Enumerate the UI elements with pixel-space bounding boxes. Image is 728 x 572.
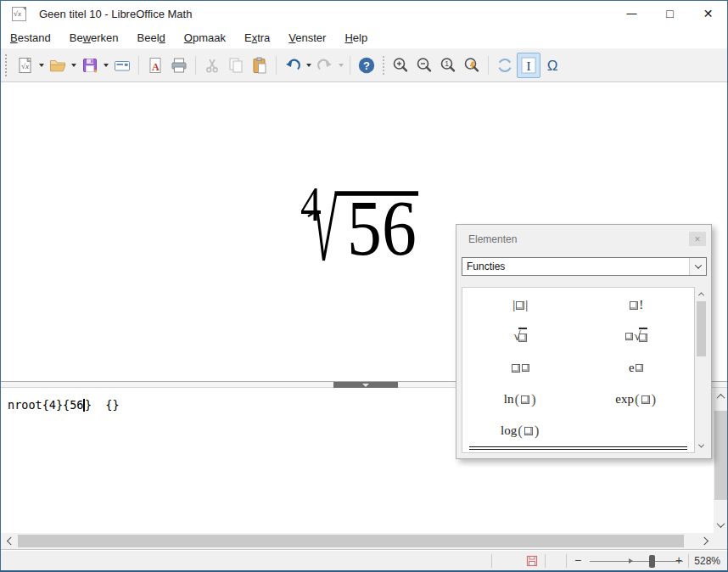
panel-grid: ||!√√eln()exp()log(): [462, 288, 694, 452]
elements-panel: Elementen ✕ Functies ||!√√eln()exp()log(…: [456, 224, 712, 459]
caret-down-icon: [104, 64, 109, 67]
vscroll-thumb[interactable]: [714, 411, 727, 500]
category-dropdown[interactable]: Functies: [462, 257, 707, 276]
unsaved-changes-indicator[interactable]: [525, 554, 539, 568]
element-natural-logarithm[interactable]: ln(): [504, 392, 537, 407]
undo-arrow-icon: [283, 56, 302, 75]
menu-bewerken[interactable]: Bewerken: [60, 28, 128, 48]
menu-beeld[interactable]: Beeld: [128, 28, 175, 48]
placeholder-box-icon: [521, 395, 529, 404]
symbol-text: (: [514, 392, 519, 407]
placeholder-box-icon: [639, 328, 647, 345]
placeholder-box-icon: [641, 395, 650, 404]
window-title: Geen titel 10 - LibreOffice Math: [39, 8, 192, 20]
placeholder-box-icon: [516, 301, 524, 310]
separator: [566, 554, 567, 568]
element-nth-root[interactable]: √: [624, 328, 647, 345]
zoom-in-icon: [391, 56, 410, 75]
element-absolute-value[interactable]: ||: [512, 298, 528, 312]
symbols-catalog-button[interactable]: Ω: [540, 53, 564, 78]
zoom-in-button[interactable]: [389, 53, 412, 78]
redo-button-disabled: [313, 53, 337, 78]
scroll-up-button[interactable]: [696, 289, 707, 300]
zoom-in-control[interactable]: +: [675, 553, 682, 567]
scroll-right-button[interactable]: [698, 533, 712, 549]
copy-button-disabled: [224, 53, 248, 78]
formula-cursor-icon: I: [520, 56, 537, 75]
open-dropdown[interactable]: [70, 53, 78, 78]
save-button[interactable]: [78, 53, 102, 78]
zoom-out-button[interactable]: [412, 53, 436, 78]
element-e-power[interactable]: e: [629, 361, 644, 375]
zoom-out-control[interactable]: −: [574, 553, 581, 567]
undo-dropdown[interactable]: [305, 53, 313, 78]
symbol-text: |: [512, 298, 515, 312]
menu-opmaak[interactable]: Opmaak: [175, 28, 235, 48]
chevron-up-icon: [698, 292, 704, 298]
show-all-button[interactable]: [460, 53, 484, 78]
command-vscrollbar[interactable]: [714, 388, 728, 533]
email-document-button[interactable]: [110, 53, 134, 78]
element-power[interactable]: [511, 364, 530, 373]
caret-down-icon: [71, 64, 76, 67]
scissors-icon: [203, 56, 221, 75]
zoom-slider-track[interactable]: [590, 561, 683, 562]
paste-button[interactable]: [248, 53, 272, 78]
element-square-root[interactable]: √: [513, 328, 527, 345]
svg-text:Ω: Ω: [547, 58, 558, 74]
hscroll-thumb[interactable]: [18, 535, 684, 547]
scroll-down-button[interactable]: [714, 518, 728, 531]
command-hscrollbar[interactable]: [1, 533, 714, 549]
refresh-button[interactable]: [493, 53, 517, 78]
root-index: 4: [300, 180, 322, 228]
element-logarithm[interactable]: log(): [501, 423, 540, 438]
placeholder-box-icon: [518, 328, 527, 345]
panel-scrollbar[interactable]: [696, 287, 707, 453]
caret-down-icon: [39, 64, 44, 67]
symbol-text: ): [531, 392, 536, 407]
element-exp-function[interactable]: exp(): [615, 392, 657, 407]
print-button[interactable]: [167, 53, 191, 78]
placeholder-box-icon: [524, 427, 533, 435]
panel-scroll-thumb[interactable]: [697, 301, 706, 356]
zoom-level[interactable]: 528%: [694, 555, 720, 567]
redo-dropdown-disabled: [337, 53, 345, 78]
placeholder-box-icon: [625, 333, 633, 340]
new-formula-button[interactable]: √x: [14, 53, 37, 78]
separator: [488, 56, 489, 75]
zoom-slider-thumb[interactable]: [649, 555, 655, 568]
menu-bestand[interactable]: Bestand: [1, 28, 60, 48]
help-button[interactable]: ?: [355, 53, 378, 78]
new-formula-dropdown[interactable]: [37, 53, 46, 78]
formula-nroot-4-56[interactable]: 4 56: [298, 182, 425, 267]
zoom-100-button[interactable]: 1: [436, 53, 460, 78]
undo-button[interactable]: [281, 53, 305, 78]
placeholder-box-icon: [522, 364, 529, 372]
email-icon: [113, 56, 132, 75]
scroll-up-button[interactable]: [714, 390, 728, 403]
formula-cursor-toggle[interactable]: I: [517, 53, 540, 78]
category-value: Functies: [462, 261, 689, 272]
svg-text:A: A: [152, 60, 160, 72]
toolbar-grip-icon[interactable]: [5, 54, 8, 76]
open-button[interactable]: [46, 53, 70, 78]
scroll-left-button[interactable]: [3, 533, 16, 549]
menu-venster[interactable]: Venster: [279, 28, 335, 48]
export-pdf-button[interactable]: A: [143, 53, 167, 78]
maximize-button[interactable]: □: [651, 1, 689, 26]
omega-icon: Ω: [543, 56, 562, 75]
symbol-text: |: [525, 298, 528, 312]
menu-extra[interactable]: Extra: [235, 28, 279, 48]
menu-help[interactable]: Help: [335, 28, 377, 48]
close-button[interactable]: ✕: [689, 1, 727, 26]
chevron-down-icon: [694, 261, 701, 268]
placeholder-box-icon: [639, 334, 647, 342]
splitter-handle[interactable]: [333, 382, 398, 388]
element-factorial[interactable]: !: [629, 298, 643, 312]
dropdown-button[interactable]: [689, 258, 706, 275]
save-dropdown[interactable]: [102, 53, 110, 78]
refresh-icon: [496, 56, 514, 75]
panel-close-button[interactable]: ✕: [689, 232, 706, 246]
minimize-button[interactable]: —: [613, 1, 651, 26]
scroll-down-button[interactable]: [696, 440, 707, 451]
